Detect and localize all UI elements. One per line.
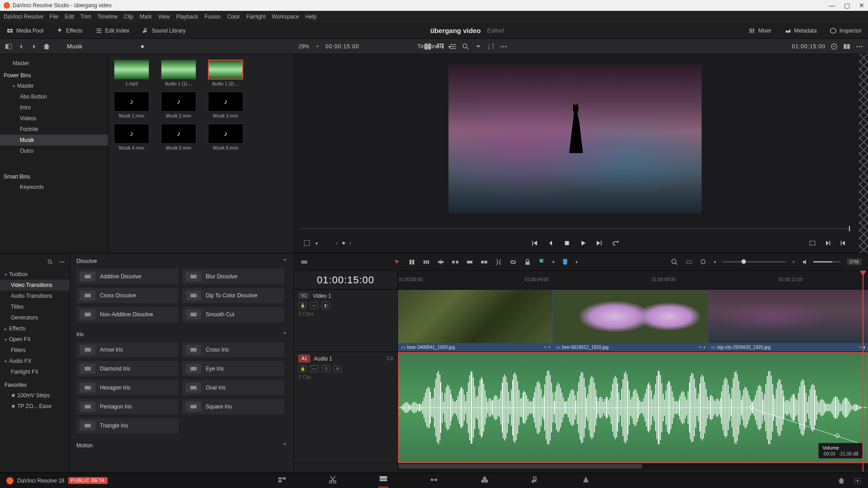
a1-solo-button[interactable]: S <box>322 365 330 372</box>
video-clip-bear[interactable]: ▭bear-3400641_1920.jpg∿ ◆ <box>398 290 553 352</box>
menu-resolve[interactable]: DaVinci Resolve <box>4 14 43 20</box>
fx-effects[interactable]: Effects <box>0 323 70 334</box>
media-clip[interactable]: ♪Musik 4.mov <box>114 124 149 150</box>
fx-fairlightfx[interactable]: Fairlight FX <box>0 366 70 377</box>
viewer-scrubber[interactable] <box>300 224 850 233</box>
link-icon[interactable] <box>509 258 517 266</box>
timeline-hscroll[interactable] <box>398 463 868 469</box>
more-viewer-icon[interactable] <box>855 42 863 51</box>
transition-group-header[interactable]: Iris⌃ <box>70 327 293 340</box>
tree-item-videos[interactable]: Videos <box>0 113 108 124</box>
nav-fwd-icon[interactable] <box>30 42 38 51</box>
page-fusion[interactable] <box>429 475 439 486</box>
next-clip-button[interactable] <box>595 239 604 247</box>
timeline-tracks[interactable]: 01:00:00:00 01:00:04:00 01:00:08:00 01:0… <box>398 271 868 472</box>
replace-icon[interactable] <box>480 258 488 266</box>
zoom-detail-icon[interactable] <box>699 258 708 266</box>
transition-item[interactable]: Smooth Cut <box>182 307 284 322</box>
selection-tool-icon[interactable] <box>393 258 401 266</box>
v1-lock-button[interactable]: 🔒 <box>298 302 307 309</box>
menu-workspace[interactable]: Workspace <box>272 14 299 20</box>
marker-icon[interactable] <box>561 258 569 266</box>
media-clip[interactable]: ♪Musik 2.mov <box>161 92 196 118</box>
more-icon[interactable] <box>500 42 508 51</box>
insert-icon[interactable] <box>451 258 459 266</box>
menu-help[interactable]: Help <box>305 14 316 20</box>
volume-envelope-line[interactable] <box>399 408 750 408</box>
transition-item[interactable]: Cross Iris <box>182 342 284 357</box>
search-icon[interactable] <box>462 42 470 51</box>
fx-audio-transitions[interactable]: Audio Transitions <box>0 291 70 301</box>
tree-keywords[interactable]: Keywords <box>0 182 108 192</box>
volume-icon[interactable] <box>802 258 810 266</box>
transition-item[interactable]: Additive Dissolve <box>76 269 179 284</box>
video-clip-city[interactable]: ▭big-city-2926633_1920.jpg∿ ◆ <box>708 290 868 352</box>
razor-icon[interactable] <box>495 258 503 266</box>
blade-tool-icon[interactable] <box>437 258 445 266</box>
prev-clip-button[interactable] <box>530 239 538 247</box>
a1-enable-button[interactable]: ▭ <box>310 365 318 372</box>
sound-library-toggle[interactable]: Sound Library <box>136 23 192 38</box>
flag-icon[interactable] <box>538 258 546 266</box>
transition-item[interactable]: Square Iris <box>182 399 284 414</box>
menu-fairlight[interactable]: Fairlight <box>246 14 266 20</box>
transition-group-header[interactable]: Motion⌃ <box>70 438 293 451</box>
page-media[interactable] <box>277 475 287 486</box>
fx-video-transitions[interactable]: Video Transitions <box>0 280 70 291</box>
chevron-down-icon[interactable] <box>474 42 482 51</box>
src-mode-icon[interactable] <box>303 239 311 247</box>
page-fairlight[interactable] <box>530 475 540 486</box>
fx-toolbox[interactable]: Toolbox <box>0 269 70 280</box>
transition-item[interactable]: Hexagon Iris <box>76 380 179 395</box>
transition-item[interactable]: Triangle Iris <box>76 418 179 433</box>
video-track-1[interactable]: ▭bear-3400641_1920.jpg∿ ◆ ▭bee-5618012_1… <box>398 290 868 352</box>
tree-item-abobutton[interactable]: Abo Button <box>0 91 108 102</box>
viewer-zoom[interactable]: 29% <box>298 43 309 50</box>
media-clip[interactable]: ♪Musik 3.mov <box>208 92 243 118</box>
tree-item-intro[interactable]: Intro <box>0 102 108 113</box>
menu-edit[interactable]: Edit <box>65 14 74 20</box>
inspector-toggle[interactable]: Inspector <box>823 23 868 38</box>
tree-item-fortnite[interactable]: Fortnite <box>0 124 108 135</box>
timeline-selector[interactable]: Timeline 1 ▾ <box>417 43 451 50</box>
menu-file[interactable]: File <box>50 14 58 20</box>
window-maximize-button[interactable]: ▢ <box>844 2 850 9</box>
sort-icon[interactable] <box>487 42 495 51</box>
media-clip[interactable]: Audio 1 (1).... <box>161 60 196 86</box>
menu-timeline[interactable]: Timeline <box>97 14 118 20</box>
transition-item[interactable]: Diamond Iris <box>76 361 179 376</box>
media-clip[interactable]: Audio 1 (2).... <box>208 60 243 86</box>
page-deliver[interactable] <box>581 475 591 486</box>
transition-item[interactable]: Arrow Iris <box>76 342 179 357</box>
mixer-toggle[interactable]: Mixer <box>742 23 778 38</box>
lock-icon[interactable] <box>524 258 532 266</box>
media-clip[interactable]: 1.mp3 <box>114 60 149 86</box>
v1-auto-button[interactable]: ◧ <box>322 302 330 309</box>
loop-button[interactable] <box>612 239 620 247</box>
video-clip-bee[interactable]: ▭bee-5618012_1920.jpg∿ ◆ <box>553 290 708 352</box>
play-button[interactable] <box>579 239 587 247</box>
edit-index-toggle[interactable]: Edit Index <box>89 23 136 38</box>
fx-more-icon[interactable] <box>59 259 65 265</box>
menu-mark[interactable]: Mark <box>140 14 152 20</box>
transition-item[interactable]: Non-Additive Dissolve <box>76 307 179 322</box>
fx-generators[interactable]: Generators <box>0 312 70 323</box>
menu-playback[interactable]: Playback <box>176 14 198 20</box>
trim-tool-icon[interactable] <box>408 258 416 266</box>
match-frame-icon[interactable] <box>808 239 816 247</box>
nav-back-icon[interactable] <box>17 42 25 51</box>
dynamic-trim-icon[interactable] <box>422 258 430 266</box>
menu-clip[interactable]: Clip <box>124 14 133 20</box>
transition-item[interactable]: Pentagon Iris <box>76 399 179 414</box>
transition-item[interactable]: Oval Iris <box>182 380 284 395</box>
settings-icon[interactable] <box>854 477 862 485</box>
bypass-icon[interactable] <box>830 42 838 51</box>
transition-item[interactable]: Cross Dissolve <box>76 288 179 303</box>
dual-viewer-icon[interactable] <box>843 42 851 51</box>
playhead[interactable] <box>863 271 863 472</box>
track-a1-header[interactable]: A1 Audio 1 2.0 🔒 ▭ S M 1 Clip <box>294 352 397 463</box>
prev-mark-icon[interactable] <box>839 239 847 247</box>
overwrite-icon[interactable] <box>466 258 474 266</box>
transition-item[interactable]: Eye Iris <box>182 361 284 376</box>
page-cut[interactable] <box>328 475 338 486</box>
